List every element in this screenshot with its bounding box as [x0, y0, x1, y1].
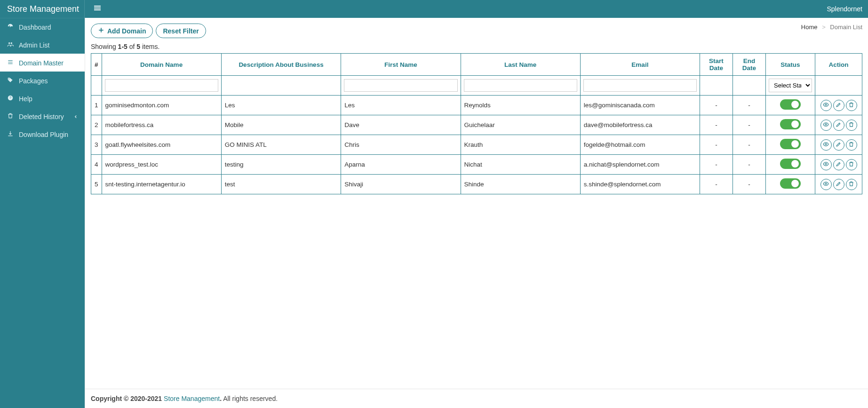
view-button[interactable] [820, 120, 832, 131]
svg-point-0 [8, 42, 10, 44]
filter-last-input[interactable] [464, 79, 577, 92]
status-toggle[interactable] [780, 139, 801, 149]
cell-end: - [733, 155, 766, 175]
status-toggle[interactable] [780, 178, 801, 189]
edit-button[interactable] [833, 139, 844, 151]
eye-icon [823, 102, 829, 109]
view-button[interactable] [820, 159, 832, 170]
trash-icon [7, 112, 14, 120]
svg-point-8 [825, 163, 827, 164]
table-row: 5snt-testing.internetagentur.iotestShiva… [91, 175, 862, 194]
sidebar-toggle[interactable] [90, 0, 104, 20]
cell-status [766, 135, 815, 155]
app-header: Store Management Splendornet [0, 0, 868, 18]
reset-filter-label: Reset Filter [163, 27, 199, 35]
svg-point-6 [825, 123, 827, 125]
filter-domain-input[interactable] [105, 79, 218, 92]
cell-desc: testing [221, 155, 341, 175]
user-menu[interactable]: Splendornet [827, 0, 862, 18]
cell-domain: wordpress_test.loc [102, 155, 221, 175]
col-status[interactable]: Status [766, 54, 815, 76]
edit-button[interactable] [833, 179, 844, 190]
cell-first: Aparna [341, 155, 461, 175]
delete-button[interactable] [846, 159, 857, 170]
col-last[interactable]: Last Name [461, 54, 580, 76]
view-button[interactable] [820, 139, 832, 151]
cell-last: Shinde [461, 175, 580, 194]
view-button[interactable] [820, 179, 832, 190]
col-end[interactable]: End Date [733, 54, 766, 76]
cell-status [766, 175, 815, 194]
cell-end: - [733, 135, 766, 155]
sidebar-item-label: Download Plugin [19, 131, 68, 138]
trash-icon [848, 102, 854, 109]
cell-num: 1 [91, 96, 102, 115]
status-toggle[interactable] [780, 99, 801, 110]
edit-button[interactable] [833, 120, 844, 131]
col-email[interactable]: Email [580, 54, 700, 76]
sidebar-item-download-plugin[interactable]: Download Plugin [0, 125, 85, 143]
filter-status-select[interactable]: Select Status [769, 79, 812, 92]
col-action[interactable]: Action [815, 54, 862, 76]
sidebar-item-label: Deleted History [19, 113, 64, 120]
col-desc[interactable]: Description About Business [221, 54, 341, 76]
svg-point-1 [11, 42, 12, 44]
reset-filter-button[interactable]: Reset Filter [156, 24, 206, 38]
status-toggle[interactable] [780, 159, 801, 169]
pencil-icon [836, 181, 842, 188]
sidebar-item-label: Packages [19, 77, 48, 85]
cell-desc: Mobile [221, 115, 341, 135]
cell-email: s.shinde@splendornet.com [580, 175, 700, 194]
eye-icon [823, 181, 829, 188]
breadcrumb-home[interactable]: Home [801, 24, 818, 31]
sidebar-item-admin-list[interactable]: Admin List [0, 36, 85, 54]
cell-end: - [733, 96, 766, 115]
footer: Copyright © 2020-2021 Store Management. … [85, 389, 868, 408]
delete-button[interactable] [846, 139, 857, 151]
col-domain[interactable]: Domain Name [102, 54, 221, 76]
sidebar-item-help[interactable]: ?Help [0, 89, 85, 107]
table-row: 2mobilefortress.caMobileDaveGuichelaarda… [91, 115, 862, 135]
footer-brand-link[interactable]: Store Management [164, 395, 220, 402]
view-button[interactable] [820, 100, 832, 111]
cell-desc: GO MINIS ATL [221, 135, 341, 155]
cell-first: Shivaji [341, 175, 461, 194]
delete-button[interactable] [846, 120, 857, 131]
sidebar-item-label: Admin List [19, 41, 49, 49]
cell-action [815, 155, 862, 175]
pencil-icon [836, 102, 842, 109]
cell-end: - [733, 115, 766, 135]
sidebar-item-dashboard[interactable]: Dashboard [0, 18, 85, 36]
sidebar-item-label: Help [19, 95, 32, 103]
filter-email-input[interactable] [583, 79, 697, 92]
pencil-icon [836, 161, 842, 168]
cell-num: 2 [91, 115, 102, 135]
delete-button[interactable] [846, 100, 857, 111]
cell-end: - [733, 175, 766, 194]
sidebar-item-deleted-history[interactable]: Deleted History [0, 107, 85, 125]
cell-action [815, 115, 862, 135]
cell-email: les@gominiscanada.com [580, 96, 700, 115]
filter-first-input[interactable] [344, 79, 457, 92]
sidebar-item-packages[interactable]: Packages [0, 72, 85, 89]
sidebar-item-domain-master[interactable]: Domain Master [0, 54, 85, 72]
table-row: 4wordpress_test.loctestingAparnaNichata.… [91, 155, 862, 175]
delete-button[interactable] [846, 179, 857, 190]
pencil-icon [836, 141, 842, 149]
col-start[interactable]: Start Date [700, 54, 733, 76]
edit-button[interactable] [833, 159, 844, 170]
cell-action [815, 96, 862, 115]
eye-icon [823, 141, 829, 149]
cell-email: fogelde@hotmail.com [580, 135, 700, 155]
breadcrumb: Home > Domain List [801, 24, 862, 31]
dashboard-icon [7, 23, 14, 31]
cell-start: - [700, 96, 733, 115]
cell-first: Les [341, 96, 461, 115]
edit-button[interactable] [833, 100, 844, 111]
cell-status [766, 115, 815, 135]
status-toggle[interactable] [780, 119, 801, 129]
col-first[interactable]: First Name [341, 54, 461, 76]
add-domain-button[interactable]: Add Domain [91, 24, 153, 38]
sidebar-item-label: Domain Master [19, 59, 64, 67]
brand-logo[interactable]: Store Management [0, 0, 85, 18]
